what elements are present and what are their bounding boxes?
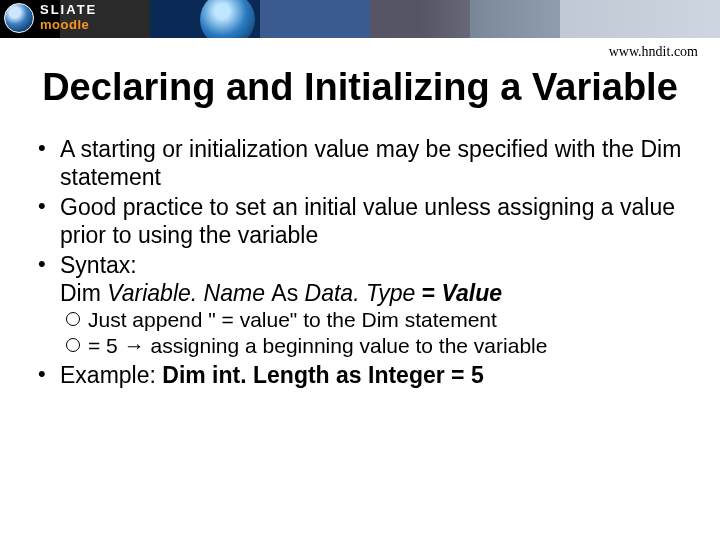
bullet-3-label: Syntax: xyxy=(60,252,137,278)
logo-text: SLIATE moodle xyxy=(40,2,97,32)
arrow-icon: → xyxy=(124,334,145,357)
bullet-1: A starting or initialization value may b… xyxy=(28,135,692,191)
logo-orb xyxy=(4,3,34,33)
bullet-3: Syntax: Dim Variable. Name As Data. Type… xyxy=(28,251,692,358)
syntax-datatype: Data. Type xyxy=(305,280,422,306)
bullet-1-text: A starting or initialization value may b… xyxy=(60,136,681,190)
syntax-value: Value xyxy=(442,280,503,306)
sub-bullet-1: Just append " = value" to the Dim statem… xyxy=(64,307,692,333)
bullet-4-code: Dim int. Length as Integer = 5 xyxy=(162,362,483,388)
bullet-2-text: Good practice to set an initial value un… xyxy=(60,194,675,248)
sub-list: Just append " = value" to the Dim statem… xyxy=(60,307,692,358)
page-title: Declaring and Initializing a Variable xyxy=(0,66,720,109)
logo-line2: moodle xyxy=(40,17,97,32)
bullet-4-label: Example: xyxy=(60,362,162,388)
bullet-4: Example: Dim int. Length as Integer = 5 xyxy=(28,361,692,389)
syntax-as: As xyxy=(271,280,304,306)
banner: SLIATE moodle xyxy=(0,0,720,38)
syntax-dim: Dim xyxy=(60,280,107,306)
banner-people-overlay xyxy=(420,0,720,38)
slide: SLIATE moodle www.hndit.com Declaring an… xyxy=(0,0,720,540)
logo-line1: SLIATE xyxy=(40,2,97,17)
sub-bullet-2: = 5 → assigning a beginning value to the… xyxy=(64,333,692,359)
url-label: www.hndit.com xyxy=(0,38,720,60)
sub-bullet-1-text: Just append " = value" to the Dim statem… xyxy=(88,308,497,331)
sub-bullet-2-post: assigning a beginning value to the varia… xyxy=(145,334,548,357)
bullet-2: Good practice to set an initial value un… xyxy=(28,193,692,249)
content: A starting or initialization value may b… xyxy=(0,109,720,389)
sub-bullet-2-pre: = 5 xyxy=(88,334,124,357)
syntax-line: Dim Variable. Name As Data. Type = Value xyxy=(60,280,502,306)
globe-icon xyxy=(200,0,255,38)
syntax-varname: Variable. Name xyxy=(107,280,271,306)
syntax-eq: = xyxy=(422,280,442,306)
